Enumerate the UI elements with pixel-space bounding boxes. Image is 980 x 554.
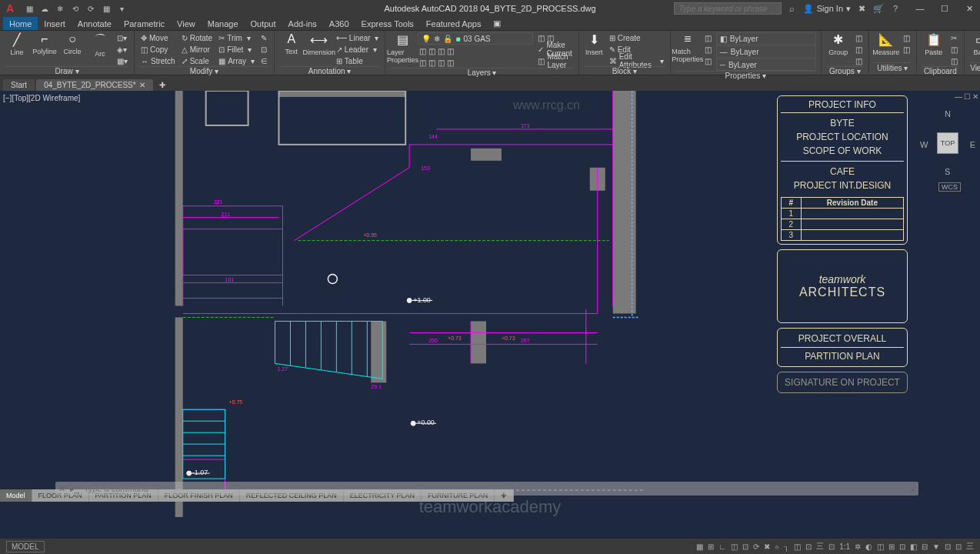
match-properties-button[interactable]: ≡Match Properties <box>675 32 700 63</box>
stretch-button[interactable]: ↔Stretch <box>139 55 177 66</box>
copy-button[interactable]: ◫Copy <box>139 44 177 55</box>
tab-a360[interactable]: A360 <box>323 17 355 30</box>
status-transparency-icon[interactable]: ┐ <box>784 542 789 551</box>
layout-tab-model[interactable]: Model <box>0 489 32 502</box>
status-lock-icon[interactable]: ⊟ <box>922 542 928 551</box>
status-3dosnap-icon[interactable]: ⊡ <box>805 542 812 551</box>
tab-home[interactable]: Home <box>3 17 38 30</box>
panel-block-label[interactable]: Block ▾ <box>584 66 665 75</box>
status-custom-icon[interactable]: 三 <box>966 541 974 552</box>
array-button[interactable]: ▦Array ▾ <box>217 55 256 66</box>
panel-groups-label[interactable]: Groups ▾ <box>826 66 864 75</box>
search-icon[interactable]: ⌕ <box>786 2 798 15</box>
draw-mini-3[interactable]: ▦▾ <box>115 55 129 66</box>
tab-parametric[interactable]: Parametric <box>118 17 171 30</box>
viewport-label[interactable]: [−][Top][2D Wireframe] <box>3 94 80 102</box>
mirror-button[interactable]: △Mirror <box>180 44 214 55</box>
fillet-button[interactable]: ⊡Fillet ▾ <box>217 44 256 55</box>
qat-dropdown-icon[interactable]: ▾ <box>115 2 128 15</box>
status-dynucs-icon[interactable]: 三 <box>816 541 824 552</box>
drawing-viewport[interactable]: [−][Top][2D Wireframe] — ☐ ✕ <box>0 91 980 517</box>
cb-mini-1[interactable]: ✂ <box>949 32 959 43</box>
prop-mini-1[interactable]: ◫ <box>703 32 713 43</box>
status-gear-icon[interactable]: ✲ <box>855 542 861 551</box>
qat-open-icon[interactable]: ☁ <box>38 2 51 15</box>
minimize-button[interactable]: — <box>912 2 928 15</box>
status-model[interactable]: MODEL <box>6 541 45 552</box>
dimension-button[interactable]: ⟷Dimension <box>307 32 332 56</box>
signin-button[interactable]: 👤Sign In▾ <box>803 4 851 14</box>
tab-view[interactable]: View <box>171 17 202 30</box>
viewcube-east[interactable]: E <box>970 140 975 149</box>
status-filter-icon[interactable]: ⊡ <box>828 542 835 551</box>
status-snap-icon[interactable]: ⊞ <box>708 542 714 551</box>
status-ortho-icon[interactable]: ∟ <box>718 542 726 551</box>
status-isodraft-icon[interactable]: ⊡ <box>742 542 748 551</box>
group-mini-3[interactable]: ◫ <box>854 55 864 66</box>
viewcube-north[interactable]: N <box>945 109 951 118</box>
layer-mini-2[interactable]: ◫ ◫ ◫ ◫ <box>418 57 533 68</box>
panel-draw-label[interactable]: Draw ▾ <box>5 66 129 75</box>
new-tab-button[interactable]: ✚ <box>155 79 170 91</box>
line-button[interactable]: ╱Line <box>5 32 29 56</box>
status-workspace-icon[interactable]: ◫ <box>877 542 884 551</box>
util-mini-2[interactable]: ◫ <box>902 44 912 55</box>
viewcube-wcs[interactable]: WCS <box>938 182 961 192</box>
group-mini-1[interactable]: ◫ <box>854 32 864 43</box>
search-input[interactable] <box>674 2 782 15</box>
tab-output[interactable]: Output <box>245 17 282 30</box>
tab-document[interactable]: 04_BYTE_2D_PROCESS*✕ <box>36 79 153 91</box>
tab-express[interactable]: Express Tools <box>355 17 420 30</box>
qat-save-icon[interactable]: ❄ <box>54 2 66 15</box>
maximize-button[interactable]: ☐ <box>937 2 952 15</box>
qat-new-icon[interactable]: ▦ <box>23 2 35 15</box>
insert-button[interactable]: ⬇Insert <box>584 32 605 56</box>
status-lwt-icon[interactable]: ⟐ <box>775 542 779 551</box>
util-mini-1[interactable]: ◫ <box>902 32 912 43</box>
cmd-close-icon[interactable]: ✕ <box>58 484 65 494</box>
trim-button[interactable]: ✂Trim ▾ <box>217 32 256 43</box>
panel-view-label[interactable]: View ▾ <box>969 62 980 73</box>
cb-mini-3[interactable]: ◫ <box>949 55 959 66</box>
status-cycling-icon[interactable]: ◫ <box>794 542 801 551</box>
cmd-recent-icon[interactable]: ▴ <box>911 484 915 494</box>
status-anno-icon[interactable]: ◐ <box>865 542 872 551</box>
cart-icon[interactable]: 🛒 <box>872 2 885 15</box>
panel-modify-label[interactable]: Modify ▾ <box>139 66 269 75</box>
status-polar-icon[interactable]: ◫ <box>731 542 738 551</box>
tab-insert[interactable]: Insert <box>38 17 72 30</box>
modify-mini-1[interactable]: ✎ <box>259 32 269 43</box>
close-tab-icon[interactable]: ✕ <box>139 81 145 89</box>
polyline-button[interactable]: ⌐Polyline <box>32 32 57 55</box>
viewcube-west[interactable]: W <box>920 140 928 149</box>
cb-mini-2[interactable]: ◫ <box>949 44 959 55</box>
status-otrack-icon[interactable]: ⟳ <box>753 542 759 551</box>
command-line[interactable]: ✕ ▸_ ▴ <box>55 482 918 496</box>
tab-focus[interactable]: ▣ <box>487 17 507 30</box>
panel-properties-label[interactable]: Properties ▾ <box>675 71 816 80</box>
status-units-icon[interactable]: ⊡ <box>899 542 905 551</box>
scale-button[interactable]: ⤢Scale <box>180 55 214 66</box>
table-button[interactable]: ⊞Table <box>335 55 381 66</box>
linear-button[interactable]: ⟵Linear ▾ <box>335 32 381 43</box>
base-button[interactable]: ▭Base <box>969 32 980 56</box>
match-layer-button[interactable]: ◫Match Layer <box>536 55 573 66</box>
linetype-dropdown[interactable]: ─ByLayer <box>716 58 816 71</box>
color-dropdown[interactable]: ◧ByLayer <box>716 32 816 45</box>
tab-addins[interactable]: Add-ins <box>282 17 323 30</box>
panel-annotation-label[interactable]: Annotation ▾ <box>279 66 381 75</box>
tab-start[interactable]: Start <box>3 79 35 91</box>
panel-layers-label[interactable]: Layers ▾ <box>390 68 573 77</box>
status-clean-icon[interactable]: ⊡ <box>955 542 962 551</box>
circle-button[interactable]: ○Circle <box>60 32 85 55</box>
create-block-button[interactable]: ⊞Create <box>608 32 665 43</box>
edit-attributes-button[interactable]: ⌘Edit Attributes ▾ <box>608 55 665 66</box>
command-input[interactable] <box>84 484 906 493</box>
status-scale[interactable]: 1:1 <box>839 542 850 551</box>
app-logo[interactable]: A <box>3 2 17 15</box>
panel-utilities-label[interactable]: Utilities ▾ <box>874 62 912 73</box>
status-qp-icon[interactable]: ◧ <box>910 542 917 551</box>
viewcube-south[interactable]: S <box>945 167 950 176</box>
paste-button[interactable]: 📋Paste <box>922 32 946 56</box>
qat-undo-icon[interactable]: ⟲ <box>69 2 82 15</box>
